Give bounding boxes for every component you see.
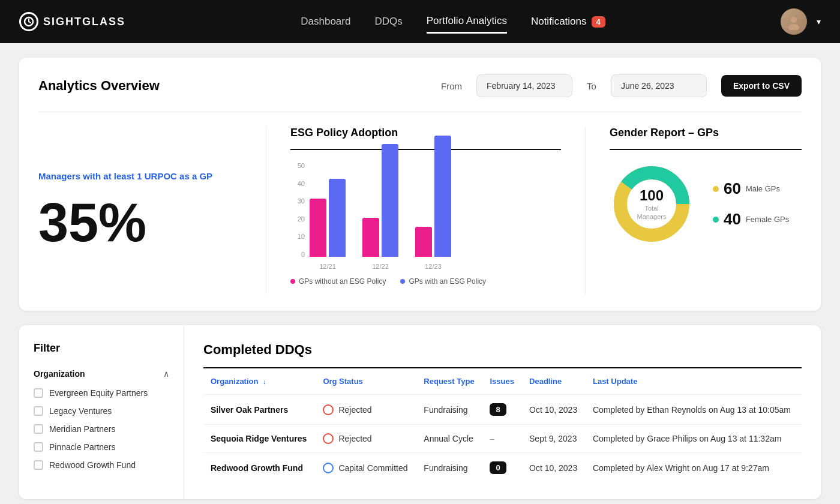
filter-option-5[interactable]: Redwood Growth Fund: [34, 460, 169, 470]
bar-group-1223: 12/23: [415, 136, 451, 270]
logo[interactable]: SIGHTGLASS: [19, 12, 125, 31]
big-percentage: 35%: [38, 196, 242, 250]
nav-links: Dashboard DDQs Portfolio Analytics Notif…: [154, 10, 752, 34]
gender-report-title: Gender Report – GPs: [610, 127, 802, 139]
bar-group-1222: 12/22: [362, 144, 398, 270]
filter-option-3[interactable]: Meridian Partners: [34, 424, 169, 434]
request-type-1: Fundraising: [416, 395, 482, 425]
donut-section: 100 Total Managers 60 Male GPs 40: [610, 162, 802, 246]
legend-dot-without: [290, 279, 295, 284]
col-issues: Issues: [482, 368, 522, 395]
legend-dot-with: [400, 279, 405, 284]
male-dot: [713, 186, 719, 192]
svg-point-1: [791, 17, 797, 23]
filter-option-4[interactable]: Pinnacle Partners: [34, 442, 169, 452]
filter-checkbox-5[interactable]: [34, 460, 43, 470]
deadline-1: Oct 10, 2023: [522, 395, 586, 425]
chart-legend: GPs without an ESG Policy GPs with an ES…: [290, 277, 561, 286]
table-row: Sequoia Ridge Ventures Rejected Annual C…: [203, 425, 802, 453]
export-csv-button[interactable]: Export to CSV: [721, 75, 802, 97]
navbar-right: ▾: [781, 8, 821, 35]
navbar: SIGHTGLASS Dashboard DDQs Portfolio Anal…: [0, 0, 840, 43]
esg-bar-chart: 50 40 30 20 10 0: [290, 162, 561, 294]
status-dot-3: [323, 463, 334, 473]
org-name-2: Sequoia Ridge Ventures: [211, 434, 307, 443]
ddqs-table: Organization ↓ Org Status Request Type I…: [203, 368, 802, 482]
table-header-row: Organization ↓ Org Status Request Type I…: [203, 368, 802, 395]
bar-1222-without: [362, 218, 379, 257]
filter-checkbox-2[interactable]: [34, 406, 43, 416]
status-text-2: Rejected: [338, 434, 371, 443]
bar-1221-with: [329, 179, 346, 257]
status-cell-2: Rejected: [323, 433, 409, 444]
legend-label-with: GPs with an ESG Policy: [409, 277, 486, 286]
col-deadline: Deadline: [522, 368, 586, 395]
bottom-section: Filter Organization ∧ Evergreen Equity P…: [19, 325, 821, 499]
filter-org-chevron-icon[interactable]: ∧: [163, 369, 169, 379]
bar-1223-without: [415, 227, 432, 257]
donut-total-label: Total Managers: [631, 204, 673, 221]
esg-panel: ESG Policy Adoption 50 40 30 20 10 0: [266, 127, 586, 294]
legend-label-without: GPs without an ESG Policy: [299, 277, 386, 286]
nav-dashboard[interactable]: Dashboard: [301, 11, 350, 32]
org-name-1: Silver Oak Partners: [211, 405, 288, 415]
nav-ddqs[interactable]: DDQs: [374, 11, 402, 32]
svg-point-2: [788, 24, 799, 30]
ddqs-title: Completed DDQs: [203, 342, 802, 358]
status-dot-2: [323, 433, 334, 444]
col-request-type: Request Type: [416, 368, 482, 395]
nav-portfolio-analytics[interactable]: Portfolio Analytics: [427, 10, 507, 34]
from-date-input[interactable]: February 14, 2023: [476, 74, 572, 97]
last-update-3: Completed by Alex Wright on Aug 17 at 9:…: [586, 453, 802, 483]
bar-1221-without: [310, 199, 326, 257]
bar-group-1221: 12/21: [310, 179, 346, 270]
female-gps-legend: 40 Female GPs: [713, 210, 789, 229]
to-date-input[interactable]: June 26, 2023: [611, 74, 707, 97]
analytics-panels: Managers with at least 1 URPOC as a GP 3…: [38, 112, 802, 294]
filter-label-2: Legacy Ventures: [49, 406, 112, 416]
col-organization[interactable]: Organization ↓: [203, 368, 316, 395]
analytics-header: Analytics Overview From February 14, 202…: [38, 74, 802, 97]
status-cell-1: Rejected: [323, 404, 409, 415]
legend-with-esg: GPs with an ESG Policy: [400, 277, 486, 286]
issues-badge-1: 8: [490, 403, 506, 416]
filter-checkbox-3[interactable]: [34, 424, 43, 434]
y-axis: 50 40 30 20 10 0: [290, 162, 305, 270]
filter-option-1[interactable]: Evergreen Equity Partners: [34, 388, 169, 398]
bar-label-1222: 12/22: [372, 263, 389, 270]
issues-dash-2: –: [490, 434, 494, 443]
filter-checkbox-1[interactable]: [34, 388, 43, 398]
left-panel: Managers with at least 1 URPOC as a GP 3…: [38, 127, 266, 294]
notifications-badge: 4: [592, 16, 605, 28]
request-type-3: Fundraising: [416, 453, 482, 483]
donut-legend: 60 Male GPs 40 Female GPs: [713, 179, 789, 229]
female-count: 40: [724, 210, 741, 229]
last-update-2: Completed by Grace Philips on Aug 13 at …: [586, 425, 802, 453]
male-label: Male GPs: [746, 184, 780, 193]
last-update-1: Completed by Ethan Reynolds on Aug 13 at…: [586, 395, 802, 425]
issues-badge-3: 0: [490, 461, 506, 474]
filter-org-header: Organization ∧: [34, 369, 169, 379]
deadline-2: Sept 9, 2023: [522, 425, 586, 453]
filter-option-2[interactable]: Legacy Ventures: [34, 406, 169, 416]
request-type-2: Annual Cycle: [416, 425, 482, 453]
status-cell-3: Capital Committed: [323, 463, 409, 473]
filter-org-label: Organization: [34, 369, 85, 379]
bar-label-1223: 12/23: [425, 263, 442, 270]
legend-without-esg: GPs without an ESG Policy: [290, 277, 386, 286]
filter-checkbox-4[interactable]: [34, 442, 43, 452]
avatar[interactable]: [781, 8, 807, 35]
donut-center: 100 Total Managers: [631, 187, 673, 221]
notifications-button[interactable]: Notifications 4: [531, 16, 605, 28]
analytics-title: Analytics Overview: [38, 78, 427, 94]
donut-total-number: 100: [631, 187, 673, 204]
avatar-chevron-icon[interactable]: ▾: [817, 17, 821, 26]
table-row: Redwood Growth Fund Capital Committed Fu…: [203, 453, 802, 483]
logo-text: SIGHTGLASS: [43, 16, 125, 28]
main-content: Analytics Overview From February 14, 202…: [0, 43, 840, 504]
logo-icon: [19, 12, 38, 31]
filter-title: Filter: [34, 342, 169, 355]
bar-1223-with: [434, 136, 451, 257]
gender-panel: Gender Report – GPs 100 Total Managers: [586, 127, 802, 294]
female-label: Female GPs: [746, 215, 789, 224]
